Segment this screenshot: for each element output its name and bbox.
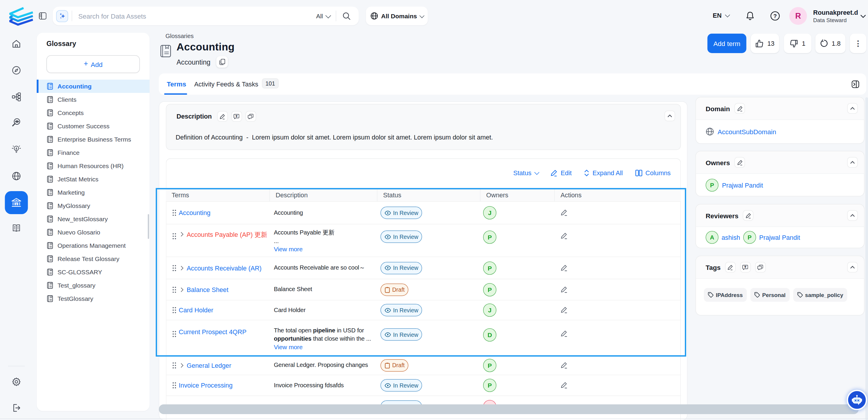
svg-text:?: ? (773, 13, 777, 19)
svg-text:?: ? (745, 265, 746, 268)
svg-text:?: ? (236, 114, 238, 117)
